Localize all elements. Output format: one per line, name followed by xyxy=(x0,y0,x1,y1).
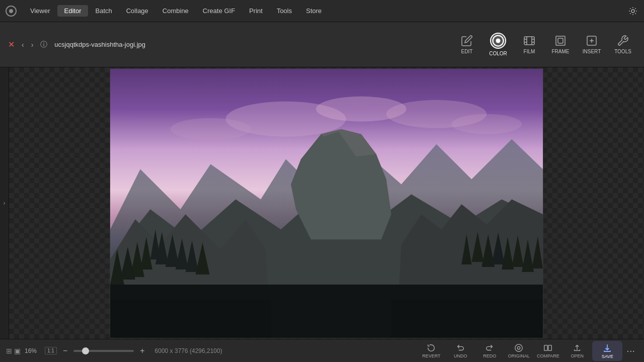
zoom-slider[interactable] xyxy=(73,350,134,352)
svg-point-1 xyxy=(9,9,13,13)
film-tool-button[interactable]: FILM xyxy=(514,25,544,65)
tools-tool-button[interactable]: TOOLS xyxy=(608,25,638,65)
redo-label: REDO xyxy=(483,353,496,358)
grid-view-icons: ⊞ ▣ xyxy=(6,347,21,355)
zoom-out-button[interactable]: − xyxy=(61,346,69,355)
photo-container: PHOTOSCAPE X for Mac and Windows 10, Fun… xyxy=(110,68,543,338)
svg-rect-48 xyxy=(548,345,551,350)
undo-button[interactable]: UNDO xyxy=(446,341,474,361)
nav-collage[interactable]: Collage xyxy=(119,5,155,17)
toolbar-navigation: ✕ ‹ › ⓘ ucsjqqtkdps-vashishtha-jogi.jpg xyxy=(6,38,145,51)
image-dimensions: 6000 x 3776 (4296,2100) xyxy=(155,347,222,354)
svg-point-2 xyxy=(631,10,634,13)
filename-label: ucsjqqtkdps-vashishtha-jogi.jpg xyxy=(54,41,145,48)
main-editing-area: › xyxy=(0,67,644,339)
nav-editor[interactable]: Editor xyxy=(57,5,89,17)
edit-tool-label: EDIT xyxy=(461,49,473,54)
forward-button[interactable]: › xyxy=(29,39,36,51)
bottom-status-bar: ⊞ ▣ 16% 1:1 − + 6000 x 3776 (4296,2100) … xyxy=(0,339,644,362)
revert-button[interactable]: REVERT xyxy=(417,341,445,361)
color-tool-label: COLOR xyxy=(489,51,507,56)
revert-label: REVERT xyxy=(422,353,440,358)
left-panel-toggle[interactable]: › xyxy=(0,67,9,339)
svg-point-4 xyxy=(496,39,501,43)
film-tool-label: FILM xyxy=(524,49,535,54)
edit-tool-button[interactable]: EDIT xyxy=(452,25,482,65)
image-canvas[interactable]: PHOTOSCAPE X for Mac and Windows 10, Fun… xyxy=(9,67,644,339)
svg-rect-7 xyxy=(558,38,563,43)
more-options-button[interactable]: ··· xyxy=(623,345,638,356)
settings-icon[interactable] xyxy=(626,4,640,18)
original-button[interactable]: ORIGINAL xyxy=(505,341,533,361)
svg-point-46 xyxy=(518,346,520,349)
nav-batch[interactable]: Batch xyxy=(88,5,119,17)
tools-tool-label: TOOLS xyxy=(614,49,631,54)
nav-viewer[interactable]: Viewer xyxy=(23,5,57,17)
info-button[interactable]: ⓘ xyxy=(38,38,49,51)
svg-point-45 xyxy=(515,344,522,351)
close-button[interactable]: ✕ xyxy=(6,38,17,51)
back-button[interactable]: ‹ xyxy=(20,39,26,51)
app-icon xyxy=(4,4,18,18)
insert-tool-label: INSERT xyxy=(583,49,601,54)
top-navigation: Viewer Editor Batch Collage Combine Crea… xyxy=(0,0,644,22)
color-icon-circle xyxy=(490,33,506,49)
zoom-1to1-button[interactable]: 1:1 xyxy=(45,347,57,354)
editor-tools: EDIT COLOR FILM xyxy=(452,25,638,65)
nav-print[interactable]: Print xyxy=(242,5,270,17)
redo-button[interactable]: REDO xyxy=(475,341,504,361)
svg-rect-6 xyxy=(556,36,565,45)
compare-label: COMPARE xyxy=(537,353,559,358)
nav-combine[interactable]: Combine xyxy=(155,5,196,17)
single-view-icon[interactable]: ▣ xyxy=(14,347,21,355)
svg-rect-5 xyxy=(524,37,534,45)
bottom-action-buttons: REVERT UNDO REDO ORIGINAL xyxy=(417,341,638,361)
nav-tools[interactable]: Tools xyxy=(270,5,299,17)
color-tool-button[interactable]: COLOR xyxy=(483,25,513,65)
zoom-percentage: 16% xyxy=(25,347,41,354)
compare-button[interactable]: COMPARE xyxy=(534,341,562,361)
svg-rect-47 xyxy=(544,345,547,350)
insert-tool-button[interactable]: INSERT xyxy=(577,25,607,65)
nav-store[interactable]: Store xyxy=(299,5,329,17)
original-label: ORIGINAL xyxy=(508,353,530,358)
photo-background xyxy=(110,69,543,338)
zoom-in-button[interactable]: + xyxy=(138,346,146,355)
nav-create-gif[interactable]: Create GIF xyxy=(196,5,242,17)
editor-toolbar: ✕ ‹ › ⓘ ucsjqqtkdps-vashishtha-jogi.jpg … xyxy=(0,22,644,67)
open-label: OPEN xyxy=(571,353,584,358)
undo-label: UNDO xyxy=(454,353,467,358)
save-label: SAVE xyxy=(602,354,613,359)
frame-tool-button[interactable]: FRAME xyxy=(545,25,576,65)
chevron-right-icon: › xyxy=(4,200,6,207)
filmstrip-icon[interactable]: ⊞ xyxy=(6,347,12,355)
open-button[interactable]: OPEN xyxy=(563,341,591,361)
frame-tool-label: FRAME xyxy=(552,49,570,54)
save-button[interactable]: SAVE xyxy=(592,341,622,361)
